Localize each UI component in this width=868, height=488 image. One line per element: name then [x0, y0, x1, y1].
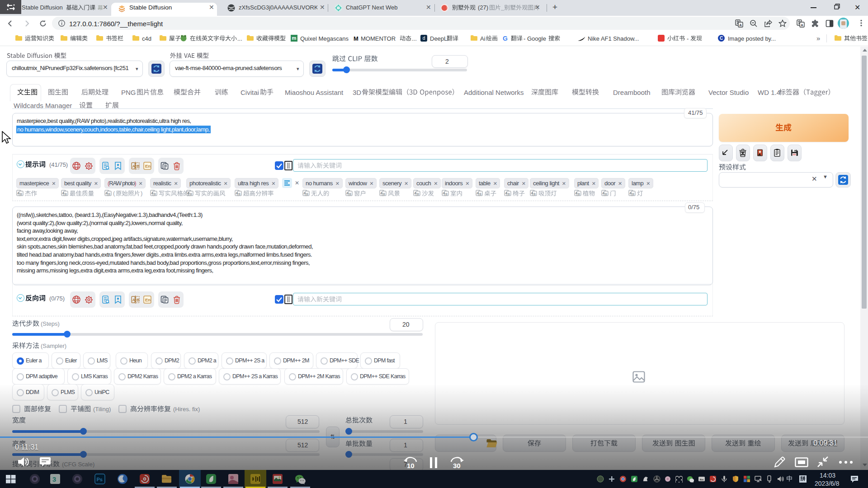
svg-text:B: B — [238, 192, 241, 196]
svg-text:B: B — [445, 192, 448, 196]
svg-text:B: B — [154, 192, 156, 196]
svg-text:B: B — [533, 192, 536, 196]
svg-text:B: B — [479, 192, 481, 196]
svg-text:B: B — [137, 298, 140, 302]
svg-text:En: En — [145, 297, 151, 302]
svg-text:30: 30 — [453, 462, 461, 469]
svg-text:B: B — [306, 192, 308, 196]
svg-text:10: 10 — [407, 462, 415, 469]
svg-text:A: A — [801, 23, 803, 27]
svg-text:B: B — [417, 192, 419, 196]
svg-text:A: A — [739, 23, 742, 27]
svg-text:B: B — [190, 192, 192, 196]
svg-text:B: B — [137, 164, 140, 169]
svg-text:B: B — [65, 192, 67, 196]
svg-text:B: B — [508, 192, 510, 196]
svg-text:3: 3 — [52, 475, 56, 483]
svg-text:B: B — [632, 192, 634, 196]
svg-text:A: A — [132, 164, 136, 169]
svg-text:A: A — [132, 298, 136, 302]
svg-text:B: B — [605, 192, 607, 196]
svg-text:B: B — [578, 192, 580, 196]
svg-text:B: B — [20, 192, 22, 196]
svg-text:Ps: Ps — [97, 477, 103, 482]
svg-text:B: B — [108, 192, 110, 196]
svg-text:En: En — [145, 164, 151, 169]
svg-text:B: B — [383, 192, 385, 196]
svg-text:B: B — [349, 192, 351, 196]
